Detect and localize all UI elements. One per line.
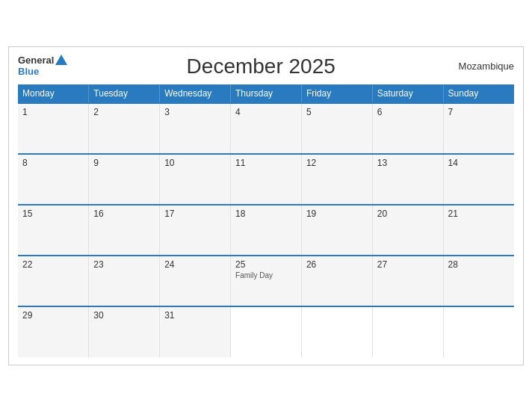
calendar-cell: 31 [160,306,231,357]
calendar-cell: 26 [301,256,372,306]
weekday-header: Saturday [372,84,443,103]
day-number: 15 [22,208,84,219]
calendar-cell: 20 [372,205,443,256]
weekday-header: Tuesday [89,84,160,103]
day-number: 6 [377,107,439,117]
calendar-week-row: 891011121314 [18,154,514,205]
day-number: 5 [306,107,368,117]
day-number: 26 [306,259,368,270]
weekday-header: Wednesday [160,84,231,103]
day-number: 27 [377,259,439,270]
calendar-cell: 29 [18,306,89,357]
calendar-week-row: 1234567 [18,103,514,154]
logo-blue-text: Blue [18,67,39,77]
weekday-header: Monday [18,84,89,103]
day-number: 25 [235,259,297,270]
calendar-cell [443,306,514,357]
day-number: 12 [306,158,368,168]
day-number: 18 [235,208,297,219]
calendar-cell: 16 [89,205,160,256]
calendar-week-row: 15161718192021 [18,205,514,256]
day-number: 17 [164,208,226,219]
calendar-cell: 30 [89,306,160,357]
calendar-cell: 27 [372,256,443,306]
calendar-cell: 24 [160,256,231,306]
calendar-cell: 13 [372,154,443,205]
calendar-cell: 5 [301,103,372,154]
calendar-cell: 22 [18,256,89,306]
calendar-cell: 15 [18,205,89,256]
calendar-week-row: 22232425Family Day262728 [18,256,514,306]
calendar-cell: 4 [231,103,302,154]
weekday-header-row: MondayTuesdayWednesdayThursdayFridaySatu… [18,84,514,103]
calendar-cell: 23 [89,256,160,306]
day-number: 31 [164,310,226,321]
holiday-label: Family Day [235,271,297,279]
day-number: 4 [235,107,297,117]
country-label: Mozambique [454,61,514,72]
weekday-header: Sunday [443,84,514,103]
day-number: 22 [22,259,84,270]
calendar-cell: 11 [231,154,302,205]
calendar-cell: 28 [443,256,514,306]
logo: General Blue [18,55,67,77]
logo-triangle-icon [55,55,67,65]
day-number: 11 [235,158,297,168]
day-number: 13 [377,158,439,168]
calendar-cell [231,306,302,357]
day-number: 20 [377,208,439,219]
weekday-header: Friday [301,84,372,103]
calendar-header: General Blue December 2025 Mozambique [18,55,514,78]
day-number: 14 [448,158,510,168]
calendar-cell: 1 [18,103,89,154]
calendar-week-row: 293031 [18,306,514,357]
day-number: 21 [448,208,510,219]
calendar-cell: 10 [160,154,231,205]
weekday-header: Thursday [231,84,302,103]
calendar-cell [372,306,443,357]
calendar-cell [301,306,372,357]
calendar-cell: 6 [372,103,443,154]
calendar-cell: 18 [231,205,302,256]
day-number: 24 [164,259,226,270]
day-number: 3 [164,107,226,117]
calendar-table: MondayTuesdayWednesdayThursdayFridaySatu… [18,84,514,357]
day-number: 1 [22,107,84,117]
calendar-title: December 2025 [67,55,454,78]
day-number: 30 [93,310,155,321]
calendar-cell: 3 [160,103,231,154]
calendar-cell: 2 [89,103,160,154]
day-number: 2 [93,107,155,117]
day-number: 23 [93,259,155,270]
calendar-cell: 21 [443,205,514,256]
day-number: 16 [93,208,155,219]
logo-general-text: General [18,55,54,66]
day-number: 29 [22,310,84,321]
day-number: 7 [448,107,510,117]
calendar-cell: 19 [301,205,372,256]
day-number: 8 [22,158,84,168]
calendar-wrapper: General Blue December 2025 Mozambique Mo… [8,46,524,365]
day-number: 28 [448,259,510,270]
calendar-cell: 17 [160,205,231,256]
calendar-cell: 12 [301,154,372,205]
day-number: 10 [164,158,226,168]
day-number: 9 [93,158,155,168]
calendar-cell: 9 [89,154,160,205]
calendar-cell: 7 [443,103,514,154]
day-number: 19 [306,208,368,219]
calendar-cell: 25Family Day [231,256,302,306]
calendar-cell: 14 [443,154,514,205]
calendar-cell: 8 [18,154,89,205]
